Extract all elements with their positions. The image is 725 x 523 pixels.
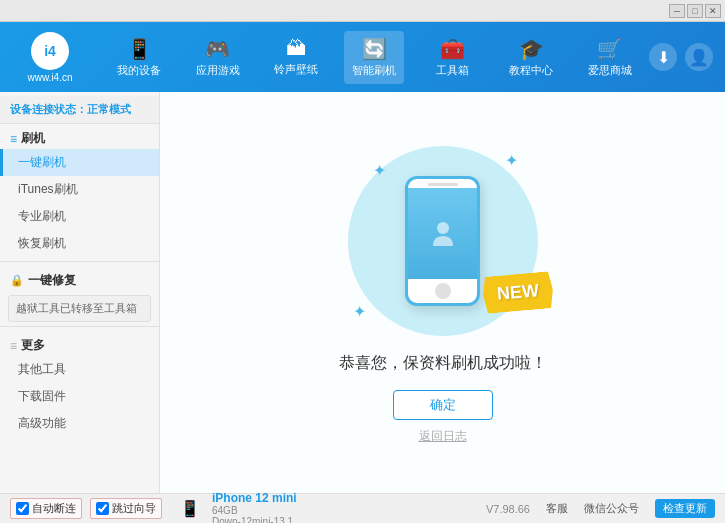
sidebar-info-box: 越狱工具已转移至工具箱 bbox=[8, 295, 151, 322]
nav-my-device[interactable]: 📱 我的设备 bbox=[109, 31, 169, 84]
apps-games-icon: 🎮 bbox=[205, 37, 230, 61]
status-bar: 设备连接状态：正常模式 bbox=[0, 96, 159, 124]
auto-disconnect-input[interactable] bbox=[16, 502, 29, 515]
nav-tutorial-label: 教程中心 bbox=[509, 63, 553, 78]
version-label: V7.98.66 bbox=[486, 503, 530, 515]
nav-smart-flash[interactable]: 🔄 智能刷机 bbox=[344, 31, 404, 84]
skip-wizard-label: 跳过向导 bbox=[112, 501, 156, 516]
skip-wizard-input[interactable] bbox=[96, 502, 109, 515]
maximize-button[interactable]: □ bbox=[687, 4, 703, 18]
nav-items: 📱 我的设备 🎮 应用游戏 🏔 铃声壁纸 🔄 智能刷机 🧰 工具箱 🎓 教程中心… bbox=[100, 31, 649, 84]
user-button[interactable]: 👤 bbox=[685, 43, 713, 71]
sidebar-section-more-label: 更多 bbox=[21, 337, 45, 354]
wallpaper-icon: 🏔 bbox=[286, 37, 306, 60]
logo-text: www.i4.cn bbox=[27, 72, 72, 83]
nav-wallpaper-label: 铃声壁纸 bbox=[274, 62, 318, 77]
device-icon: 📱 bbox=[180, 499, 200, 518]
main-layout: 设备连接状态：正常模式 ≡ 刷机 一键刷机 iTunes刷机 专业刷机 恢复刷机… bbox=[0, 92, 725, 493]
bottom-right: V7.98.66 客服 微信公众号 检查更新 bbox=[486, 499, 715, 518]
nav-my-device-label: 我的设备 bbox=[117, 63, 161, 78]
sidebar-section-more: ≡ 更多 bbox=[0, 331, 159, 356]
svg-point-0 bbox=[437, 222, 449, 234]
update-button[interactable]: 检查更新 bbox=[655, 499, 715, 518]
nav-shop[interactable]: 🛒 爱思商城 bbox=[580, 31, 640, 84]
sidebar-section-rescue: 🔒 一键修复 bbox=[0, 266, 159, 291]
phone-shape bbox=[405, 176, 480, 306]
lock-icon: 🔒 bbox=[10, 274, 24, 287]
close-button[interactable]: ✕ bbox=[705, 4, 721, 18]
nav-apps-games[interactable]: 🎮 应用游戏 bbox=[188, 31, 248, 84]
smart-flash-icon: 🔄 bbox=[362, 37, 387, 61]
content-area: ✦ ✦ ✦ NEW 恭喜您，保资料刷机成功啦！ 确定 返回日志 bbox=[160, 92, 725, 493]
sidebar-section-flash: ≡ 刷机 bbox=[0, 124, 159, 149]
confirm-button[interactable]: 确定 bbox=[393, 390, 493, 420]
shop-icon: 🛒 bbox=[597, 37, 622, 61]
sidebar-item-one-key-flash[interactable]: 一键刷机 bbox=[0, 149, 159, 176]
nav-wallpaper[interactable]: 🏔 铃声壁纸 bbox=[266, 31, 326, 83]
skip-wizard-checkbox[interactable]: 跳过向导 bbox=[90, 498, 162, 519]
device-row: 📱 iPhone 12 mini 64GB Down-12mini-13,1 bbox=[180, 491, 297, 524]
sparkle-icon-1: ✦ bbox=[373, 161, 386, 180]
nav-apps-games-label: 应用游戏 bbox=[196, 63, 240, 78]
sidebar-item-itunes-flash[interactable]: iTunes刷机 bbox=[0, 176, 159, 203]
bottom-bar: 自动断连 跳过向导 📱 iPhone 12 mini 64GB Down-12m… bbox=[0, 493, 725, 523]
sidebar-item-other-tools[interactable]: 其他工具 bbox=[0, 356, 159, 383]
phone-screen bbox=[408, 188, 477, 279]
auto-disconnect-checkbox[interactable]: 自动断连 bbox=[10, 498, 82, 519]
sidebar-section-flash-label: 刷机 bbox=[21, 130, 45, 147]
tutorial-icon: 🎓 bbox=[519, 37, 544, 61]
download-button[interactable]: ⬇ bbox=[649, 43, 677, 71]
nav-smart-flash-label: 智能刷机 bbox=[352, 63, 396, 78]
status-label: 设备连接状态： bbox=[10, 103, 87, 115]
nav-toolbox[interactable]: 🧰 工具箱 bbox=[423, 31, 483, 84]
sparkle-icon-2: ✦ bbox=[505, 151, 518, 170]
sidebar-item-advanced[interactable]: 高级功能 bbox=[0, 410, 159, 437]
sidebar-item-pro-flash[interactable]: 专业刷机 bbox=[0, 203, 159, 230]
title-bar: ─ □ ✕ bbox=[0, 0, 725, 22]
minimize-button[interactable]: ─ bbox=[669, 4, 685, 18]
sidebar-divider-2 bbox=[0, 326, 159, 327]
phone-home-button bbox=[435, 283, 451, 299]
flash-section-icon: ≡ bbox=[10, 132, 17, 146]
nav-shop-label: 爱思商城 bbox=[588, 63, 632, 78]
status-value: 正常模式 bbox=[87, 103, 131, 115]
new-badge: NEW bbox=[481, 271, 554, 314]
header: i4 www.i4.cn 📱 我的设备 🎮 应用游戏 🏔 铃声壁纸 🔄 智能刷机… bbox=[0, 22, 725, 92]
sidebar: 设备连接状态：正常模式 ≡ 刷机 一键刷机 iTunes刷机 专业刷机 恢复刷机… bbox=[0, 92, 160, 493]
device-capacity: 64GB bbox=[212, 505, 297, 516]
device-info: iPhone 12 mini 64GB Down-12mini-13,1 bbox=[212, 491, 297, 524]
sidebar-item-restore-flash[interactable]: 恢复刷机 bbox=[0, 230, 159, 257]
wechat-link[interactable]: 微信公众号 bbox=[584, 501, 639, 516]
nav-toolbox-label: 工具箱 bbox=[436, 63, 469, 78]
sidebar-item-download-firmware[interactable]: 下载固件 bbox=[0, 383, 159, 410]
service-link[interactable]: 客服 bbox=[546, 501, 568, 516]
sidebar-divider-1 bbox=[0, 261, 159, 262]
nav-tutorial[interactable]: 🎓 教程中心 bbox=[501, 31, 561, 84]
success-message: 恭喜您，保资料刷机成功啦！ bbox=[339, 353, 547, 374]
auto-disconnect-label: 自动断连 bbox=[32, 501, 76, 516]
phone-illustration: ✦ ✦ ✦ NEW bbox=[343, 141, 543, 341]
device-firmware: Down-12mini-13,1 bbox=[212, 516, 297, 524]
sparkle-icon-3: ✦ bbox=[353, 302, 366, 321]
nav-right: ⬇ 👤 bbox=[649, 43, 725, 71]
sidebar-section-rescue-label: 一键修复 bbox=[28, 272, 76, 289]
back-link[interactable]: 返回日志 bbox=[419, 428, 467, 445]
my-device-icon: 📱 bbox=[127, 37, 152, 61]
logo-area: i4 www.i4.cn bbox=[0, 24, 100, 91]
more-section-icon: ≡ bbox=[10, 339, 17, 353]
logo-icon: i4 bbox=[31, 32, 69, 70]
toolbox-icon: 🧰 bbox=[440, 37, 465, 61]
